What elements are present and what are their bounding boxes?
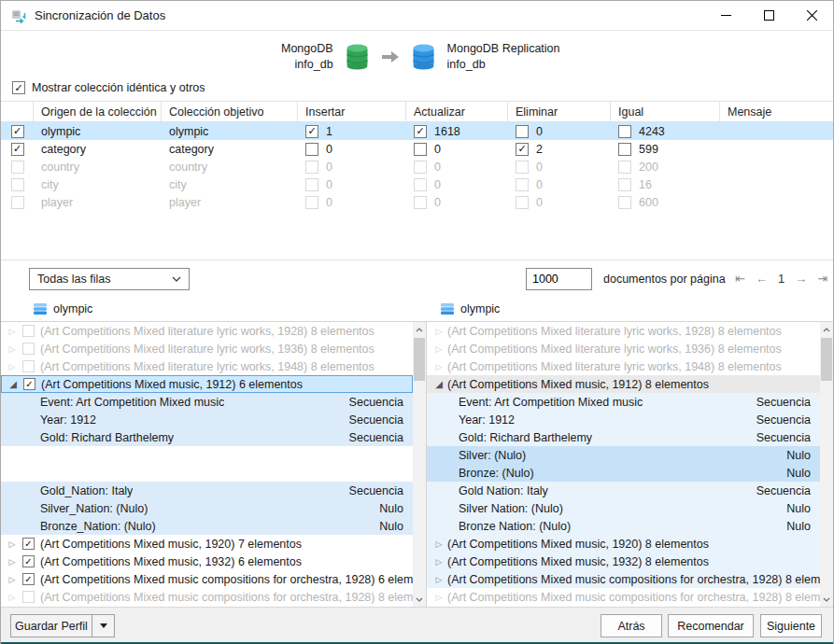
- checkbox[interactable]: [618, 178, 631, 191]
- tree-item[interactable]: ▷✓(Art Competitions Mixed music, 1920) 7…: [1, 535, 413, 553]
- checkbox[interactable]: [414, 161, 427, 174]
- tree-item[interactable]: Silver Nation: (Nulo)Nulo: [427, 499, 820, 517]
- tree-item[interactable]: ▷(Art Competitions Mixed literature lyri…: [1, 357, 413, 375]
- chevron-collapsed-icon[interactable]: ▷: [6, 575, 19, 584]
- last-page-button[interactable]: ⇥: [817, 272, 827, 286]
- checkbox[interactable]: ✓: [11, 143, 24, 156]
- checkbox[interactable]: ✓: [516, 143, 529, 156]
- chevron-collapsed-icon[interactable]: ▷: [432, 575, 445, 584]
- checkbox[interactable]: ✓: [22, 555, 35, 567]
- rows-filter-select[interactable]: Todas las filas: [29, 268, 190, 290]
- checkbox[interactable]: [22, 360, 35, 372]
- chevron-collapsed-icon[interactable]: ▷: [432, 557, 445, 567]
- checkbox[interactable]: [305, 161, 318, 174]
- tree-item[interactable]: ▷(Art Competitions Mixed literature lyri…: [1, 340, 413, 357]
- tree-item[interactable]: ▷(Art Competitions Mixed music compositi…: [427, 570, 820, 588]
- tree-item[interactable]: ◢✓(Art Competitions Mixed music, 1912) 6…: [1, 375, 413, 393]
- checkbox[interactable]: [11, 161, 24, 174]
- scroll-up-icon[interactable]: [413, 322, 426, 337]
- back-button[interactable]: Atrás: [601, 614, 662, 637]
- tree-item[interactable]: Year: 1912Secuencia: [427, 411, 820, 428]
- checkbox[interactable]: [22, 343, 35, 355]
- page-size-input[interactable]: [526, 268, 592, 290]
- tree-item[interactable]: ▷✓(Art Competitions Mixed music, 1932) 6…: [1, 553, 413, 570]
- tree-item[interactable]: Event: Art Competition Mixed musicSecuen…: [427, 393, 820, 411]
- chevron-expanded-icon[interactable]: ◢: [432, 379, 445, 389]
- checkbox[interactable]: [516, 161, 529, 174]
- tree-item[interactable]: Bronze: (Nulo)Nulo: [427, 464, 820, 482]
- close-button[interactable]: [790, 1, 833, 30]
- tree-item[interactable]: Gold Nation: ItalySecuencia: [427, 482, 820, 499]
- scrollbar[interactable]: [820, 322, 833, 607]
- chevron-collapsed-icon[interactable]: ▷: [6, 327, 19, 336]
- header-source-collection[interactable]: Origen de la colección: [34, 102, 162, 121]
- header-update[interactable]: Actualizar: [406, 102, 508, 121]
- tree-item[interactable]: ▷(Art Competitions Mixed literature lyri…: [427, 340, 820, 357]
- tree-item[interactable]: [1, 464, 413, 482]
- checkbox[interactable]: ✓: [22, 538, 35, 550]
- table-row[interactable]: ✓categorycategory00✓2599: [1, 140, 833, 158]
- checkbox[interactable]: ✓: [23, 378, 35, 390]
- scroll-thumb[interactable]: [414, 338, 425, 381]
- next-button[interactable]: Siguiente: [760, 614, 822, 637]
- checkbox[interactable]: ✓: [22, 573, 35, 585]
- checkbox[interactable]: [618, 143, 631, 156]
- chevron-collapsed-icon[interactable]: ▷: [6, 593, 19, 602]
- checkbox[interactable]: [22, 591, 35, 603]
- minimize-button[interactable]: [704, 1, 747, 30]
- tree-item[interactable]: Gold: Richard BarthelemySecuencia: [427, 428, 820, 446]
- table-row[interactable]: citycity00016: [1, 175, 833, 193]
- checkbox[interactable]: [305, 196, 318, 209]
- checkbox[interactable]: [11, 178, 24, 191]
- tree-item[interactable]: Event: Art Competition Mixed musicSecuen…: [1, 393, 413, 411]
- chevron-collapsed-icon[interactable]: ▷: [432, 539, 445, 549]
- tree-item[interactable]: ▷(Art Competitions Mixed literature lyri…: [427, 322, 820, 340]
- header-target-collection[interactable]: Colección objetivo: [162, 102, 298, 121]
- tree-item[interactable]: ▷✓(Art Competitions Mixed music composit…: [1, 570, 413, 588]
- show-identical-option[interactable]: ✓ Mostrar colección idéntica y otros: [12, 81, 205, 94]
- header-delete[interactable]: Eliminar: [508, 102, 611, 121]
- checkbox[interactable]: ✓: [11, 125, 24, 138]
- scroll-up-icon[interactable]: [820, 322, 833, 337]
- checkbox[interactable]: [414, 196, 427, 209]
- checkbox[interactable]: [618, 125, 631, 138]
- tree-item[interactable]: Bronze_Nation: (Nulo)Nulo: [1, 517, 413, 535]
- checkbox[interactable]: ✓: [305, 125, 318, 138]
- chevron-expanded-icon[interactable]: ◢: [7, 379, 20, 389]
- checkbox[interactable]: [516, 125, 529, 138]
- next-page-button[interactable]: →: [795, 272, 807, 286]
- chevron-collapsed-icon[interactable]: ▷: [432, 327, 445, 336]
- header-insert[interactable]: Insertar: [298, 102, 406, 121]
- scroll-down-icon[interactable]: [820, 592, 833, 607]
- table-row[interactable]: countrycountry000200: [1, 158, 833, 175]
- checkbox[interactable]: [414, 143, 427, 156]
- tree-item[interactable]: ▷(Art Competitions Mixed literature lyri…: [427, 357, 820, 375]
- checkbox[interactable]: [22, 325, 35, 337]
- tree-item[interactable]: Silver_Nation: (Nulo)Nulo: [1, 499, 413, 517]
- checkbox[interactable]: [11, 196, 24, 209]
- checkbox[interactable]: [305, 143, 318, 156]
- chevron-collapsed-icon[interactable]: ▷: [6, 362, 19, 371]
- recommend-button[interactable]: Recomendar: [668, 614, 754, 637]
- show-identical-checkbox[interactable]: ✓: [12, 81, 25, 94]
- chevron-collapsed-icon[interactable]: ▷: [432, 362, 445, 371]
- tree-item[interactable]: Silver: (Nulo)Nulo: [427, 446, 820, 464]
- checkbox[interactable]: ✓: [414, 125, 427, 138]
- checkbox[interactable]: [414, 178, 427, 191]
- first-page-button[interactable]: ⇤: [735, 272, 745, 286]
- save-profile-menu-button[interactable]: [92, 615, 114, 637]
- table-row[interactable]: playerplayer000600: [1, 193, 833, 211]
- tree-item[interactable]: [1, 446, 413, 464]
- table-row[interactable]: ✓olympicolympic✓1✓161804243: [1, 122, 833, 140]
- save-profile-button[interactable]: Guardar Perfil: [11, 615, 92, 637]
- tree-item[interactable]: Gold: Richard BarthelemySecuencia: [1, 428, 413, 446]
- checkbox[interactable]: [516, 178, 529, 191]
- tree-item[interactable]: ▷(Art Competitions Mixed music compositi…: [1, 588, 413, 606]
- tree-item[interactable]: ▷(Art Competitions Mixed music compositi…: [427, 588, 820, 606]
- tree-item[interactable]: Bronze Nation: (Nulo)Nulo: [427, 517, 820, 535]
- tree-item[interactable]: ◢(Art Competitions Mixed music, 1912) 8 …: [427, 375, 820, 393]
- chevron-collapsed-icon[interactable]: ▷: [432, 344, 445, 354]
- checkbox[interactable]: [618, 196, 631, 209]
- checkbox[interactable]: [305, 178, 318, 191]
- tree-item[interactable]: ▷(Art Competitions Mixed music, 1932) 8 …: [427, 553, 820, 570]
